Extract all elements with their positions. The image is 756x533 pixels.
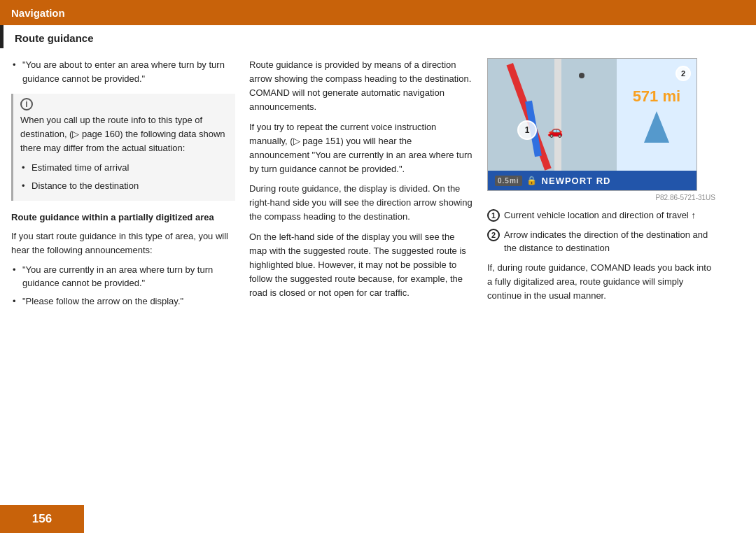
page-number: 156 <box>32 512 52 526</box>
callout-num-1: 1 <box>487 209 500 222</box>
middle-column: Route guidance is provided by means of a… <box>249 48 487 312</box>
info-icon: i <box>20 98 33 111</box>
road-gray <box>554 59 561 171</box>
callout-text-1: Current vehicle location and direction o… <box>504 208 696 222</box>
map-road-view: 1 🚗 <box>488 59 617 171</box>
sub-bullet-list: Estimated time of arrival Distance to th… <box>20 161 228 192</box>
map-dot <box>579 73 584 78</box>
map-display: 1 🚗 571 mi 2 0.5mi 🔒 NEWPORT RD <box>487 58 697 191</box>
nav-arrow-container <box>644 111 669 143</box>
map-circle-1: 1 <box>517 120 537 140</box>
vehicle-icon: 🚗 <box>547 123 563 138</box>
callout-num-2: 2 <box>487 229 500 241</box>
callout-2: 2 Arrow indicates the direction of the d… <box>487 228 718 255</box>
bullet-item-2: "You are currently in an area where turn… <box>11 263 235 290</box>
bullet-list-2: "You are currently in an area where turn… <box>11 263 235 308</box>
mid-para-4: On the left-hand side of the display you… <box>249 230 473 301</box>
sub-bullet-2: Distance to the destination <box>20 179 228 193</box>
bullet-item-1: "You are about to enter an area where tu… <box>11 58 235 85</box>
sub-header-title: Route guidance <box>15 32 94 44</box>
nav-arrow <box>644 111 669 143</box>
map-dist-label: 0.5mi <box>495 176 522 186</box>
map-reference: P82.86-5721-31US <box>487 194 718 201</box>
section-title: Route guidance within a partially digiti… <box>11 211 235 225</box>
lock-icon: 🔒 <box>526 176 538 185</box>
closing-para: If, during route guidance, COMAND leads … <box>487 261 718 303</box>
map-arrow-view: 571 mi 2 <box>617 59 696 171</box>
callout-1: 1 Current vehicle location and direction… <box>487 208 718 222</box>
map-bottom-bar: 0.5mi 🔒 NEWPORT RD <box>488 171 696 190</box>
right-column: 1 🚗 571 mi 2 0.5mi 🔒 NEWPORT RD <box>487 48 718 312</box>
section-text: If you start route guidance in this type… <box>11 229 235 257</box>
travel-icon: ↑ <box>691 210 696 220</box>
info-text: When you call up the route info to this … <box>20 113 228 155</box>
info-box: i When you call up the route info to thi… <box>11 94 235 201</box>
map-circle-2: 2 <box>676 66 691 81</box>
sub-header: Route guidance <box>0 25 756 48</box>
mid-para-3: During route guidance, the display is di… <box>249 182 473 224</box>
main-content: "You are about to enter an area where tu… <box>0 48 756 312</box>
header-title: Navigation <box>11 7 65 19</box>
map-distance: 571 mi <box>633 87 681 106</box>
street-name: NEWPORT RD <box>542 176 611 186</box>
page-header: Navigation <box>0 0 756 25</box>
left-column: "You are about to enter an area where tu… <box>11 48 249 312</box>
page-footer: 156 <box>0 505 84 533</box>
bullet-item-3: "Please follow the arrow on the display.… <box>11 294 235 308</box>
sub-bullet-1: Estimated time of arrival <box>20 161 228 175</box>
callout-text-2: Arrow indicates the direction of the des… <box>504 228 718 255</box>
mid-para-1: Route guidance is provided by means of a… <box>249 58 473 115</box>
map-top: 1 🚗 571 mi 2 <box>488 59 696 171</box>
bullet-list-1: "You are about to enter an area where tu… <box>11 58 235 85</box>
mid-para-2: If you try to repeat the current voice i… <box>249 120 473 177</box>
